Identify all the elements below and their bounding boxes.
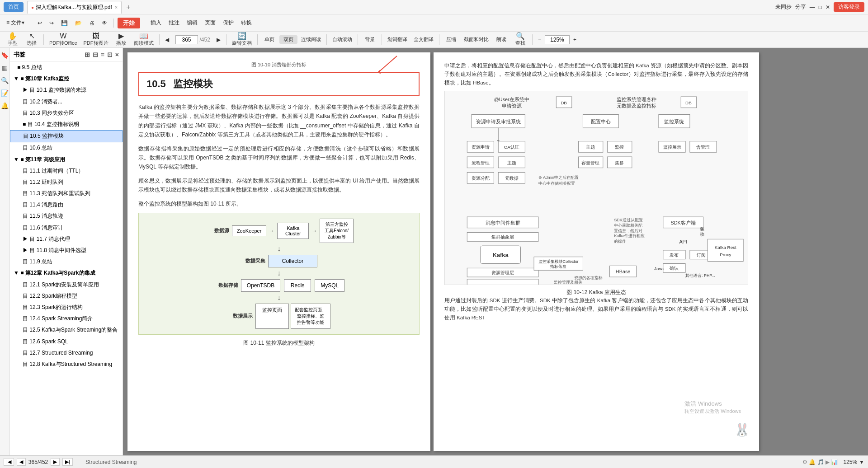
sidebar-item-11-9[interactable]: 目 11.9 总结 bbox=[10, 256, 123, 267]
start-button[interactable]: 开始 bbox=[118, 18, 140, 28]
sidebar-item-11-6[interactable]: 目 11.6 消息审计 bbox=[10, 222, 123, 234]
convert-menu[interactable]: 转换 bbox=[238, 18, 255, 28]
sidebar-item-10-6[interactable]: 目 10.6 总结 bbox=[10, 142, 123, 154]
maximize-button[interactable]: □ bbox=[819, 4, 822, 10]
sidebar-item-12-3[interactable]: 目 12.3 Spark的运行结构 bbox=[10, 302, 123, 313]
read-aloud-button[interactable]: 朗读 bbox=[492, 35, 510, 44]
status-next-page[interactable]: ▶ bbox=[51, 458, 60, 466]
sidebar-item-ch11[interactable]: ▼ ■ 第11章 高级应用 bbox=[10, 154, 123, 165]
pdf-content-area[interactable]: 图 10-10 消费端部分指标 10.5 监控模块 bbox=[123, 48, 868, 455]
zoom-input[interactable] bbox=[545, 35, 570, 44]
zoom-in-button[interactable]: + bbox=[571, 36, 579, 44]
continuous-button[interactable]: 连续阅读 bbox=[298, 35, 324, 44]
visit-login-button[interactable]: 访客登录 bbox=[834, 2, 864, 12]
redo-button[interactable]: ↪ bbox=[47, 19, 57, 27]
pdf-right-page[interactable]: 申请之后，将相应的配置信息存储在配置中心，然后由配置中心负责创建相应的 Kafk… bbox=[434, 52, 759, 451]
data-source-row: 数据源 ZooKeeper → KafkaCluster → 第三方监控工具Fa… bbox=[144, 219, 414, 243]
status-prev-page[interactable]: ◀ bbox=[17, 458, 26, 466]
sidebar-item-12-5[interactable]: 目 12.5 Kafka与Spark Streaming的整合 bbox=[10, 324, 123, 336]
hand-tool-button[interactable]: ✋ 手型 bbox=[4, 32, 22, 47]
hand-label: 手型 bbox=[8, 40, 18, 47]
pdf-left-page[interactable]: 图 10-10 消费端部分指标 10.5 监控模块 bbox=[127, 52, 430, 451]
sidebar-item-9-summary[interactable]: ■ 9.5 总结 bbox=[10, 62, 123, 73]
close-button[interactable]: ✕ bbox=[826, 4, 830, 10]
share-button[interactable]: 分享 bbox=[795, 3, 806, 11]
translate-word-button[interactable]: 划词翻译 bbox=[385, 35, 410, 44]
double-page-button[interactable]: 双页 bbox=[279, 35, 297, 44]
sidebar-item-12-6[interactable]: 目 12.6 Spark SQL bbox=[10, 336, 123, 347]
select-tool-button[interactable]: ↖ 选择 bbox=[23, 32, 41, 47]
sidebar-item-11-2[interactable]: 目 11.2 延时队列 bbox=[10, 177, 123, 188]
preview-button[interactable]: 👁 bbox=[99, 19, 110, 27]
bell-icon[interactable]: 🔔 bbox=[1, 102, 9, 109]
sidebar-item-12-2[interactable]: 目 12.2 Spark编程模型 bbox=[10, 290, 123, 302]
save-button[interactable]: 💾 bbox=[58, 19, 71, 27]
sidebar-icon-3[interactable]: ≡ bbox=[101, 51, 104, 58]
sidebar-icon-4[interactable]: ⊡ bbox=[107, 51, 113, 58]
data-display-row: 数据展示 监控页面 配套监控页面、监控指标、监控告警等功能 bbox=[144, 304, 414, 329]
minimize-button[interactable]: — bbox=[810, 4, 815, 10]
undo-button[interactable]: ↩ bbox=[35, 19, 45, 27]
sidebar-item-11-1[interactable]: 目 11.1 过期时间（TTL） bbox=[10, 165, 123, 177]
annotate-menu[interactable]: 批注 bbox=[166, 18, 182, 28]
svg-text:Kafka件进行相应: Kafka件进行相应 bbox=[614, 234, 645, 238]
edit-menu[interactable]: 编辑 bbox=[184, 18, 200, 28]
sidebar-icon-1[interactable]: ⊞ bbox=[85, 51, 90, 58]
pdf-tab[interactable]: ● 深入理解Kafka...与实践原理.pdf × bbox=[27, 1, 122, 14]
sidebar-item-11-8[interactable]: ▶ 目 11.8 消息中间件选型 bbox=[10, 245, 123, 256]
sidebar-item-10-3[interactable]: 目 10.3 同步失效分区 bbox=[10, 108, 123, 119]
prev-page-button[interactable]: ◀ bbox=[162, 36, 172, 44]
page-menu[interactable]: 页面 bbox=[202, 18, 218, 28]
menu-button[interactable]: ≡ 文件▾ bbox=[4, 18, 27, 28]
compress-label: 压缩 bbox=[446, 36, 456, 43]
pdf-to-office-button[interactable]: W PDF转Office bbox=[47, 32, 80, 47]
svg-text:Kafka Rest: Kafka Rest bbox=[715, 245, 736, 250]
sidebar-item-10-2[interactable]: 目 10.2 消费者... bbox=[10, 96, 123, 108]
sidebar-item-12-8[interactable]: 目 12.8 Kafka与Structured Streaming bbox=[10, 359, 123, 370]
read-mode-button[interactable]: 📖 阅读模式 bbox=[131, 32, 156, 47]
translate-full-button[interactable]: 全文翻译 bbox=[411, 35, 436, 44]
search-sidebar-icon[interactable]: 🔍 bbox=[1, 77, 9, 84]
insert-menu[interactable]: 插入 bbox=[148, 18, 164, 28]
screenshot-button[interactable]: 截面和对比 bbox=[461, 35, 491, 44]
protect-menu[interactable]: 保护 bbox=[220, 18, 236, 28]
thumbnail-icon[interactable]: ▦ bbox=[2, 64, 8, 71]
pdf-to-image-button[interactable]: 🖼 PDF转图片 bbox=[81, 32, 111, 47]
svg-text:监控管理及相关: 监控管理及相关 bbox=[554, 280, 582, 285]
sidebar-icon-2[interactable]: ⊟ bbox=[93, 51, 98, 58]
page-number-input[interactable] bbox=[175, 35, 198, 44]
new-tab-button[interactable]: + bbox=[123, 2, 134, 12]
tab-close-button[interactable]: × bbox=[115, 5, 118, 10]
open-button[interactable]: 📂 bbox=[72, 19, 85, 27]
sidebar-item-12-1[interactable]: 目 12.1 Spark的安装及简单应用 bbox=[10, 279, 123, 290]
rotate-doc-button[interactable]: 🔄 旋转文档 bbox=[229, 32, 255, 47]
zoom-out-button[interactable]: − bbox=[535, 36, 544, 44]
sidebar-item-ch12[interactable]: ▼ ■ 第12章 Kafka与Spark的集成 bbox=[10, 267, 123, 279]
sidebar-item-11-5[interactable]: 目 11.5 消息轨迹 bbox=[10, 211, 123, 222]
sidebar-item-10-4[interactable]: ■ 目 10.4 监控指标说明 bbox=[10, 119, 123, 130]
annotate-sidebar-icon[interactable]: 📝 bbox=[1, 89, 9, 97]
auto-scroll-button[interactable]: 自动滚动 bbox=[330, 35, 355, 44]
background-button[interactable]: 背景 bbox=[361, 35, 379, 44]
single-page-button[interactable]: 单页 bbox=[260, 35, 278, 44]
compress-button[interactable]: 压缩 bbox=[442, 35, 460, 44]
sidebar-item-12-4[interactable]: 目 12.4 Spark Streaming简介 bbox=[10, 313, 123, 324]
sidebar-item-11-7[interactable]: ▶ 目 11.7 消息代理 bbox=[10, 234, 123, 245]
bookmark-icon[interactable]: 🔖 bbox=[1, 51, 9, 59]
sidebar-item-ch10[interactable]: ▼ ■ 第10章 Kafka监控 bbox=[10, 73, 123, 84]
sidebar-item-10-1[interactable]: ▶ 目 10.1 监控数据的来源 bbox=[10, 84, 123, 96]
status-first-page[interactable]: |◀ bbox=[4, 458, 14, 466]
home-button[interactable]: 首页 bbox=[4, 2, 24, 12]
sidebar-close-button[interactable]: × bbox=[115, 51, 119, 58]
play-button[interactable]: ▶ 播放 bbox=[112, 32, 130, 47]
sidebar-item-11-3[interactable]: 目 11.3 死信队列和重试队列 bbox=[10, 188, 123, 199]
print-button[interactable]: 🖨 bbox=[86, 19, 97, 27]
sidebar-item-10-5[interactable]: 目 10.5 监控模块 bbox=[10, 130, 123, 142]
redis-box: Redis bbox=[284, 279, 311, 292]
next-page-button[interactable]: ▶ bbox=[214, 36, 223, 44]
status-last-page[interactable]: ▶| bbox=[62, 458, 73, 466]
find-button[interactable]: 🔍 查找 bbox=[511, 32, 529, 47]
search-icon: 🔍 bbox=[516, 33, 525, 40]
sidebar-item-11-4[interactable]: 目 11.4 消息路由 bbox=[10, 199, 123, 211]
sidebar-item-12-7[interactable]: 目 12.7 Structured Streaming bbox=[10, 347, 123, 359]
